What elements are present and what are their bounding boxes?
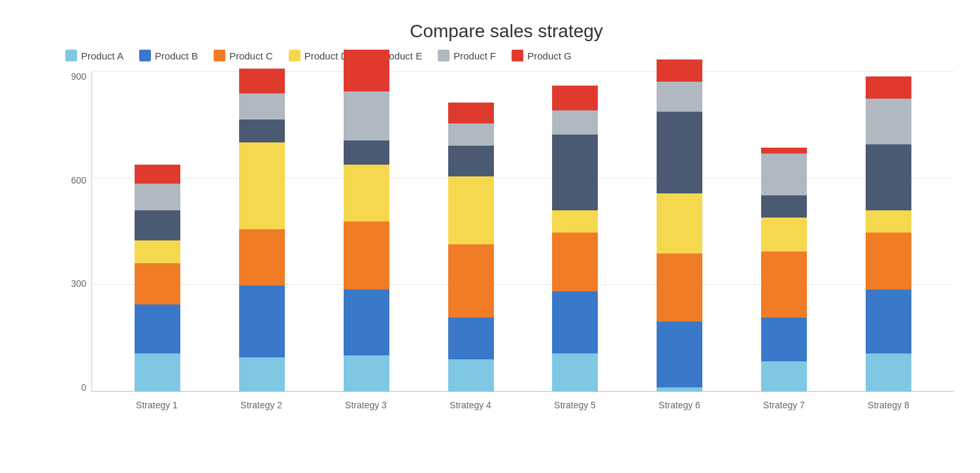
segment-b-1 bbox=[135, 304, 180, 353]
segment-d-2 bbox=[239, 142, 285, 229]
x-label-6: Strategy 6 bbox=[653, 400, 706, 410]
segment-d-3 bbox=[344, 165, 389, 221]
legend-color-f bbox=[438, 50, 449, 61]
segment-f-1 bbox=[135, 184, 180, 210]
legend-item-g: Product G bbox=[512, 50, 572, 61]
segment-f-4 bbox=[448, 123, 494, 146]
bar-group-1 bbox=[131, 165, 184, 391]
segment-d-1 bbox=[135, 240, 180, 263]
segment-a-5 bbox=[552, 353, 598, 391]
segment-g-7 bbox=[761, 148, 807, 154]
segment-a-3 bbox=[344, 355, 389, 391]
segment-d-5 bbox=[552, 210, 598, 233]
y-axis: 0300600900 bbox=[59, 72, 91, 392]
legend-color-c bbox=[214, 50, 225, 61]
segment-b-5 bbox=[552, 291, 598, 353]
y-label-600: 600 bbox=[71, 176, 86, 185]
segment-f-5 bbox=[552, 110, 598, 135]
stacked-bar-1 bbox=[135, 165, 180, 391]
bar-group-6 bbox=[653, 59, 706, 391]
segment-d-8 bbox=[866, 210, 911, 233]
bars-area bbox=[92, 72, 954, 391]
stacked-bar-4 bbox=[448, 103, 494, 391]
stacked-bar-6 bbox=[657, 59, 702, 391]
segment-b-8 bbox=[866, 289, 911, 353]
segment-g-8 bbox=[866, 76, 911, 99]
legend-label-g: Product G bbox=[527, 50, 572, 61]
legend-item-d: Product D bbox=[289, 50, 348, 61]
segment-e-1 bbox=[135, 210, 180, 240]
segment-c-7 bbox=[761, 252, 807, 318]
y-label-300: 300 bbox=[71, 279, 86, 288]
segment-f-8 bbox=[866, 99, 911, 144]
legend-color-a bbox=[65, 50, 77, 61]
bar-group-5 bbox=[549, 86, 601, 391]
segment-e-7 bbox=[761, 195, 807, 218]
segment-a-1 bbox=[135, 353, 180, 391]
legend-item-f: Product F bbox=[438, 50, 496, 61]
legend-label-b: Product B bbox=[155, 50, 198, 61]
segment-d-6 bbox=[657, 193, 702, 253]
chart-container: Compare sales strategy Product AProduct … bbox=[7, 8, 973, 465]
x-label-5: Strategy 5 bbox=[549, 400, 601, 410]
segment-e-8 bbox=[866, 144, 911, 210]
legend-label-a: Product A bbox=[81, 50, 123, 61]
segment-b-3 bbox=[344, 289, 389, 355]
bar-group-7 bbox=[758, 148, 810, 391]
segment-b-6 bbox=[657, 321, 702, 387]
stacked-bar-3 bbox=[344, 50, 389, 391]
legend-label-c: Product C bbox=[229, 50, 273, 61]
stacked-bar-2 bbox=[239, 69, 285, 391]
stacked-bar-8 bbox=[866, 76, 911, 391]
x-labels: Strategy 1Strategy 2Strategy 3Strategy 4… bbox=[91, 392, 954, 418]
y-label-0: 0 bbox=[81, 383, 86, 392]
segment-b-4 bbox=[448, 318, 494, 359]
x-label-7: Strategy 7 bbox=[758, 400, 810, 410]
segment-e-6 bbox=[657, 112, 702, 193]
segment-c-5 bbox=[552, 233, 598, 291]
segment-c-3 bbox=[344, 221, 389, 289]
segment-c-6 bbox=[657, 253, 702, 321]
segment-g-3 bbox=[344, 50, 389, 91]
segment-g-2 bbox=[239, 69, 285, 93]
legend-item-a: Product A bbox=[65, 50, 123, 61]
y-label-900: 900 bbox=[71, 72, 86, 81]
segment-e-3 bbox=[344, 140, 389, 165]
segment-e-5 bbox=[552, 135, 598, 210]
bar-group-2 bbox=[236, 69, 288, 391]
segment-b-2 bbox=[239, 285, 285, 357]
segment-a-6 bbox=[657, 387, 702, 391]
segment-a-2 bbox=[239, 357, 285, 391]
legend-color-d bbox=[289, 50, 301, 61]
segment-d-7 bbox=[761, 218, 807, 252]
stacked-bar-7 bbox=[761, 148, 807, 391]
legend-label-f: Product F bbox=[453, 50, 496, 61]
segment-g-1 bbox=[135, 165, 180, 184]
grid-and-bars bbox=[91, 72, 954, 392]
segment-g-4 bbox=[448, 103, 494, 123]
chart-area: 0300600900 Strategy 1Strategy 2Strategy … bbox=[59, 72, 954, 418]
bar-group-3 bbox=[340, 50, 393, 391]
segment-f-3 bbox=[344, 91, 389, 140]
x-label-2: Strategy 2 bbox=[235, 400, 287, 410]
chart-title: Compare sales strategy bbox=[59, 21, 954, 42]
segment-a-7 bbox=[761, 361, 807, 391]
segment-a-4 bbox=[448, 359, 494, 391]
bar-group-4 bbox=[445, 103, 497, 391]
segment-e-4 bbox=[448, 146, 494, 176]
segment-g-6 bbox=[657, 59, 702, 82]
legend-item-c: Product C bbox=[214, 50, 273, 61]
segment-f-6 bbox=[657, 82, 702, 112]
x-label-1: Strategy 1 bbox=[131, 400, 183, 410]
bar-group-8 bbox=[862, 76, 915, 391]
x-label-4: Strategy 4 bbox=[444, 400, 497, 410]
stacked-bar-5 bbox=[552, 86, 598, 391]
segment-e-2 bbox=[239, 120, 285, 142]
segment-f-2 bbox=[239, 93, 285, 120]
x-label-8: Strategy 8 bbox=[862, 400, 915, 410]
segment-b-7 bbox=[761, 318, 807, 361]
legend-color-g bbox=[512, 50, 523, 61]
segment-c-2 bbox=[239, 229, 285, 286]
segment-a-8 bbox=[866, 353, 911, 391]
legend: Product AProduct BProduct CProduct DProd… bbox=[59, 50, 954, 61]
